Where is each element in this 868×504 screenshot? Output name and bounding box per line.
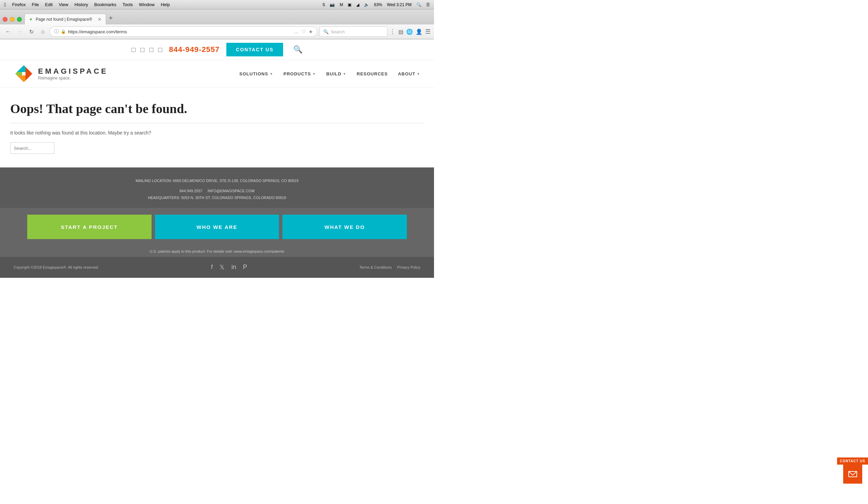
- error-title: Oops! That page can't be found.: [10, 101, 424, 116]
- footer-twitter-icon[interactable]: 𝕏: [219, 264, 225, 271]
- reload-button[interactable]: ↻: [27, 27, 36, 36]
- menu-icon[interactable]: ☰: [426, 2, 430, 7]
- patents-text: U.S. patents apply to this product. For …: [0, 246, 434, 257]
- logo-area[interactable]: EMAGISPACE Reimagine space.: [13, 63, 108, 84]
- search-macos-icon[interactable]: 🔍: [416, 2, 421, 7]
- footer-facebook-icon[interactable]: f: [211, 264, 213, 271]
- apple-menu[interactable]: : [4, 2, 6, 8]
- close-button[interactable]: [3, 17, 8, 22]
- footer-pinterest-icon[interactable]: P: [243, 264, 247, 271]
- skype-icon: S: [322, 2, 325, 7]
- active-tab[interactable]: ✦ Page not found | Emagispace® ✕: [24, 13, 106, 24]
- terms-link[interactable]: Terms & Conditions: [359, 265, 392, 269]
- menu-help[interactable]: Help: [161, 2, 170, 7]
- footer-headquarters: HEADQUARTERS: 5053 N. 30TH ST. COLORADO …: [7, 195, 427, 201]
- info-icon: ⓘ: [54, 29, 59, 35]
- search-icon: 🔍: [323, 29, 329, 34]
- lock-icon: 🔒: [61, 29, 66, 34]
- tab-title: Page not found | Emagispace®: [36, 17, 92, 22]
- browser-chrome: ✦ Page not found | Emagispace® ✕ + ← → ↻…: [0, 10, 434, 39]
- nav-bar: ← → ↻ ⌂ ⓘ 🔒 https://emagispace.com/terms…: [0, 24, 434, 39]
- site-topbar: □ □ □ □ 844-949-2557 CONTACT US 🔍: [0, 39, 434, 60]
- topbar-social-links: □ □ □ □: [132, 46, 162, 54]
- tab-favicon: ✦: [29, 17, 33, 22]
- footer-legal-links: Terms & Conditions Privacy Policy: [359, 265, 421, 269]
- new-tab-button[interactable]: +: [106, 14, 115, 22]
- footer-mailing: MAILING LOCATION: 6660 DELMONICO DRIVE, …: [7, 178, 427, 185]
- menu-history[interactable]: History: [74, 2, 88, 7]
- browser-search-box[interactable]: 🔍 Search: [319, 27, 388, 37]
- reader-view-icon[interactable]: ▤: [398, 29, 403, 35]
- twitter-icon[interactable]: □: [141, 46, 144, 54]
- display-icon: ▣: [348, 2, 351, 7]
- menu-tools[interactable]: Tools: [122, 2, 133, 7]
- footer-social-icons: f 𝕏 in P: [211, 264, 247, 271]
- wifi-icon: ◢: [356, 2, 359, 7]
- logo-svg: [13, 63, 34, 84]
- logo-text: EMAGISPACE Reimagine space.: [38, 67, 108, 81]
- logo-tagline: Reimagine space.: [38, 76, 108, 81]
- url-bar-actions: … ♡ ★: [294, 29, 313, 34]
- menu-window[interactable]: Window: [139, 2, 155, 7]
- volume-icon: 🔈: [364, 2, 369, 7]
- url-more-icon[interactable]: …: [294, 29, 299, 34]
- menu-edit[interactable]: Edit: [45, 2, 53, 7]
- footer-linkedin-icon[interactable]: in: [231, 264, 236, 271]
- window-controls: [3, 17, 24, 24]
- logo-name: EMAGISPACE: [38, 67, 108, 76]
- nav-right-icons: ⋮ ▤ 🌐 👤 ☰: [390, 28, 431, 35]
- nav-about[interactable]: ABOUT▼: [398, 71, 421, 76]
- site-nav: SOLUTIONS▼ PRODUCTS▼ BUILD▼ RESOURCES AB…: [239, 71, 421, 76]
- mail-icon: M: [340, 2, 343, 7]
- cta-who-we-are[interactable]: WHO WE ARE: [155, 214, 279, 239]
- site-header: EMAGISPACE Reimagine space. SOLUTIONS▼ P…: [0, 60, 434, 88]
- tab-close-button[interactable]: ✕: [97, 17, 102, 22]
- facebook-icon[interactable]: □: [132, 46, 136, 54]
- cta-section: START A PROJECT WHO WE ARE WHAT WE DO: [0, 208, 434, 246]
- cta-start-project[interactable]: START A PROJECT: [27, 214, 152, 239]
- bookmark-heart-icon[interactable]: ♡: [301, 29, 306, 34]
- macos-statusbar: S 📷 M ▣ ◢ 🔈 63% Wed 3:21 PM 🔍 ☰: [322, 2, 430, 7]
- topbar-contact-button[interactable]: CONTACT US: [226, 43, 283, 56]
- search-input[interactable]: [10, 142, 54, 154]
- globe-icon[interactable]: 🌐: [406, 29, 413, 35]
- profile-icon[interactable]: 👤: [416, 29, 422, 35]
- footer-bottom: Copyright ©2018 Emagispace®. All rights …: [0, 257, 434, 278]
- footer-address-section: MAILING LOCATION: 6660 DELMONICO DRIVE, …: [0, 167, 434, 208]
- privacy-link[interactable]: Privacy Policy: [397, 265, 421, 269]
- footer-email: INFO@EMAGISPACE.COM: [208, 189, 255, 193]
- forward-button[interactable]: →: [15, 27, 24, 36]
- macos-menubar:  Firefox File Edit View History Bookmar…: [0, 0, 434, 10]
- footer-copyright: Copyright ©2018 Emagispace®. All rights …: [13, 265, 99, 269]
- linkedin-icon[interactable]: □: [149, 46, 153, 54]
- url-text[interactable]: https://emagispace.com/terms: [68, 29, 292, 34]
- camera-icon: 📷: [330, 2, 335, 7]
- topbar-search-icon[interactable]: 🔍: [293, 45, 302, 54]
- menu-bookmarks[interactable]: Bookmarks: [94, 2, 116, 7]
- menu-file[interactable]: File: [32, 2, 39, 7]
- topbar-phone[interactable]: 844-949-2557: [169, 45, 219, 54]
- battery-status: 63%: [374, 2, 382, 7]
- error-divider: [10, 123, 424, 123]
- nav-resources[interactable]: RESOURCES: [357, 71, 388, 76]
- hamburger-icon[interactable]: ☰: [425, 28, 431, 35]
- error-desc: It looks like nothing was found at this …: [10, 130, 424, 136]
- bookmarks-panel-icon[interactable]: ⋮: [390, 28, 396, 35]
- back-button[interactable]: ←: [3, 27, 13, 36]
- cta-what-we-do[interactable]: WHAT WE DO: [282, 214, 407, 239]
- nav-build[interactable]: BUILD▼: [326, 71, 347, 76]
- pinterest-icon[interactable]: □: [158, 46, 162, 54]
- url-bar[interactable]: ⓘ 🔒 https://emagispace.com/terms … ♡ ★: [50, 27, 318, 37]
- menu-view[interactable]: View: [59, 2, 68, 7]
- svg-marker-3: [25, 67, 32, 81]
- maximize-button[interactable]: [17, 17, 22, 22]
- bookmark-star-icon[interactable]: ★: [309, 29, 313, 34]
- site-main: Oops! That page can't be found. It looks…: [0, 88, 434, 167]
- nav-products[interactable]: PRODUCTS▼: [283, 71, 316, 76]
- nav-solutions[interactable]: SOLUTIONS▼: [239, 71, 273, 76]
- menu-firefox[interactable]: Firefox: [12, 2, 26, 7]
- search-input-area: [10, 142, 424, 154]
- minimize-button[interactable]: [10, 17, 14, 22]
- home-button[interactable]: ⌂: [38, 27, 48, 36]
- macos-menus:  Firefox File Edit View History Bookmar…: [4, 2, 170, 8]
